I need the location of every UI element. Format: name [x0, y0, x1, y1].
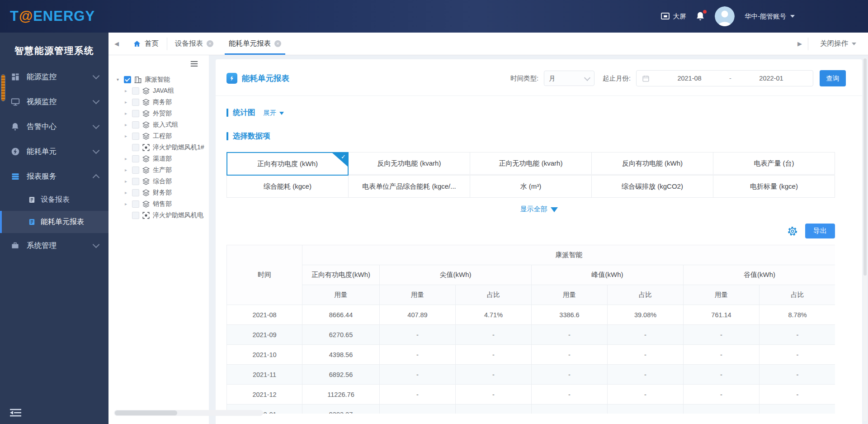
data-item-label: 正向无功电能 (kvarh) [499, 159, 563, 168]
sidebar-subitem-device-report[interactable]: 设备报表 [0, 189, 108, 211]
tree-node[interactable]: ▸渠道部 [108, 153, 209, 164]
notification-bell-button[interactable] [696, 11, 705, 21]
month-range-input[interactable]: 2021-08 - 2022-01 [636, 70, 813, 86]
tree-node[interactable]: 淬火炉助燃风机电 [108, 210, 209, 221]
start-month-value[interactable]: 2021-08 [653, 75, 726, 82]
sidebar: 智慧能源管理系统 能源监控视频监控告警中心能耗单元报表服务设备报表能耗单元报表系… [0, 33, 108, 424]
sidebar-item-alarm-center[interactable]: 告警中心 [0, 114, 108, 139]
sidebar-item-label: 能耗单元 [27, 147, 57, 157]
tree-checkbox-unchecked[interactable] [132, 212, 139, 219]
tree-node-label: 生产部 [153, 166, 172, 174]
tree-node[interactable]: ▸商务部 [108, 96, 209, 108]
caret-collapsed-icon[interactable]: ▸ [125, 201, 132, 206]
export-button[interactable]: 导出 [805, 224, 835, 238]
tree-checkbox-checked[interactable] [124, 76, 131, 83]
show-all-toggle[interactable]: 显示全部 [216, 205, 862, 214]
tree-node[interactable]: ▸生产部 [108, 164, 209, 176]
gear-icon[interactable] [787, 226, 798, 237]
sidebar-item-energy-unit[interactable]: 能耗单元 [0, 139, 108, 164]
caret-expanded-icon[interactable]: ▾ [117, 77, 123, 82]
caret-collapsed-icon[interactable]: ▸ [125, 111, 132, 116]
tree-node[interactable]: ▸工程部 [108, 130, 209, 142]
tree-collapse-button[interactable] [190, 61, 198, 67]
vertical-scrollbar-thumb[interactable] [863, 58, 867, 276]
table-row[interactable]: 2021-104398.56------ [227, 345, 835, 365]
caret-collapsed-icon[interactable]: ▸ [125, 122, 132, 127]
tree-node[interactable]: ▸销售部 [108, 198, 209, 210]
tree-checkbox-unchecked[interactable] [132, 133, 139, 140]
tree-checkbox-unchecked[interactable] [132, 200, 139, 208]
table-row[interactable]: 2022-019393.27------ [227, 405, 835, 414]
tree-node-root[interactable]: ▾康派智能 [108, 74, 209, 85]
data-item-button[interactable]: 正向无功电能 (kvarh) [470, 152, 592, 175]
tree-checkbox-unchecked[interactable] [132, 99, 139, 106]
tab-close-icon[interactable]: × [274, 40, 281, 47]
sidebar-item-system-management[interactable]: 系统管理 [0, 233, 108, 258]
data-item-button[interactable]: 综合能耗 (kgce) [226, 175, 349, 198]
table-wrap: 时间康派智能正向有功电度(kWh)尖值(kWh)峰值(kWh)谷值(kWh)用量… [226, 245, 835, 414]
cell-value: 8.78% [760, 305, 835, 325]
tree-node[interactable]: ▸外贸部 [108, 108, 209, 119]
table-row[interactable]: 2021-116892.56------ [227, 365, 835, 385]
sidebar-scroll-indicator[interactable] [1, 74, 5, 101]
tab-energy-unit-report[interactable]: 能耗单元报表× [221, 33, 289, 55]
tab-close-icon[interactable]: × [207, 40, 213, 47]
data-item-button[interactable]: 正向有功电度 (kWh)✓ [226, 152, 349, 176]
layers-icon [142, 98, 150, 106]
tree-node[interactable]: ▸综合部 [108, 176, 209, 187]
col-subheader: 用量 [380, 285, 456, 305]
tree-checkbox-unchecked[interactable] [132, 155, 139, 162]
data-item-button[interactable]: 电表产量 (台) [713, 152, 835, 175]
tree-checkbox-unchecked[interactable] [132, 121, 139, 129]
tree-checkbox-unchecked[interactable] [132, 178, 139, 185]
avatar[interactable] [715, 6, 735, 26]
sidebar-subitem-energy-unit-report[interactable]: 能耗单元报表 [0, 211, 108, 233]
col-header: 峰值(kWh) [532, 265, 684, 285]
tree-checkbox-unchecked[interactable] [132, 144, 139, 151]
data-item-button[interactable]: 反向有功电能 (kWh) [591, 152, 713, 175]
horizontal-scrollbar-thumb[interactable] [115, 410, 177, 415]
cell-value: - [456, 365, 532, 385]
cell-value: - [608, 345, 684, 365]
data-item-button[interactable]: 反向无功电能 (kvarh) [348, 152, 470, 175]
tabs-scroll-right-button[interactable]: ▶ [792, 40, 808, 47]
tree-checkbox-unchecked[interactable] [132, 110, 139, 117]
tree-node[interactable]: 淬火炉助燃风机1# [108, 142, 209, 153]
tab-device-report[interactable]: 设备报表× [167, 33, 221, 55]
chart-expand-toggle[interactable]: 展开 [264, 109, 284, 117]
sidebar-collapse-button[interactable] [10, 409, 21, 417]
tree-node[interactable]: ▸嵌入式组 [108, 119, 209, 130]
horizontal-scrollbar[interactable] [114, 410, 263, 416]
query-button[interactable]: 查询 [820, 70, 846, 86]
sidebar-item-report-service[interactable]: 报表服务 [0, 164, 108, 189]
table-row[interactable]: 2021-1211226.76------ [227, 385, 835, 405]
caret-collapsed-icon[interactable]: ▸ [125, 167, 132, 172]
data-item-button[interactable]: 综合碳排放 (kgCO2) [591, 175, 713, 198]
table-row[interactable]: 2021-088666.44407.894.71%3386.639.08%761… [227, 305, 835, 325]
time-type-select[interactable]: 月 [544, 71, 594, 86]
close-operations-menu[interactable]: 关闭操作 [808, 39, 868, 48]
end-month-value[interactable]: 2022-01 [735, 75, 807, 82]
vertical-scrollbar[interactable] [863, 57, 867, 421]
tree-checkbox-unchecked[interactable] [132, 167, 139, 174]
sidebar-item-energy-monitor[interactable]: 能源监控 [0, 64, 108, 89]
caret-collapsed-icon[interactable]: ▸ [125, 156, 132, 161]
tab-home[interactable]: 首页 [125, 33, 167, 55]
tree-checkbox-unchecked[interactable] [132, 87, 139, 95]
caret-collapsed-icon[interactable]: ▸ [125, 190, 132, 195]
sidebar-item-video-monitor[interactable]: 视频监控 [0, 89, 108, 114]
caret-collapsed-icon[interactable]: ▸ [125, 133, 132, 138]
tree-checkbox-unchecked[interactable] [132, 189, 139, 196]
caret-collapsed-icon[interactable]: ▸ [125, 179, 132, 184]
account-menu[interactable]: 华中-能管账号 [745, 12, 795, 21]
data-item-button[interactable]: 水 (m³) [470, 175, 592, 198]
caret-collapsed-icon[interactable]: ▸ [125, 88, 132, 93]
caret-collapsed-icon[interactable]: ▸ [125, 100, 132, 105]
tree-node[interactable]: ▸财务部 [108, 187, 209, 198]
data-item-button[interactable]: 电表单位产品综合能耗 (kgce/... [348, 175, 470, 198]
tabs-scroll-left-button[interactable]: ◀ [108, 40, 125, 47]
data-item-button[interactable]: 电折标量 (kgce) [713, 175, 835, 198]
table-row[interactable]: 2021-096270.65------ [227, 325, 835, 345]
big-screen-button[interactable]: 大屏 [661, 12, 686, 21]
tree-node[interactable]: ▸JAVA组 [108, 85, 209, 96]
